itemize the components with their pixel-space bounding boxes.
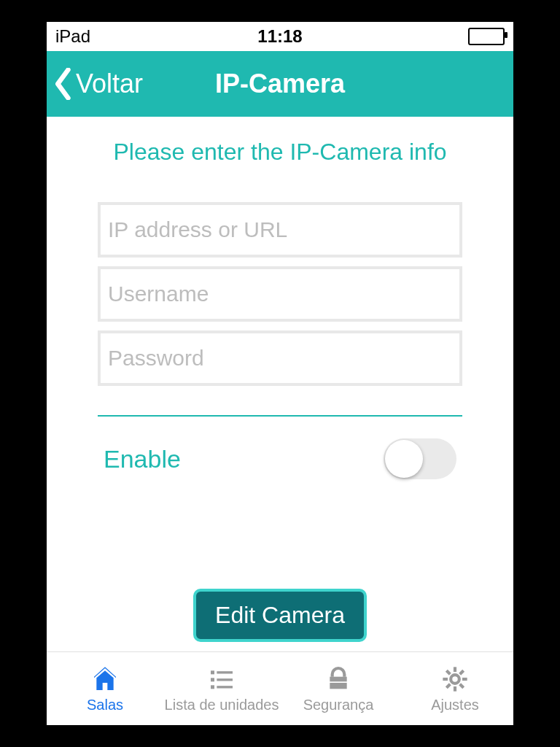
chevron-left-icon (54, 68, 73, 100)
tab-label: Lista de unidades (165, 697, 279, 713)
password-input[interactable] (101, 333, 459, 383)
app-screen: iPad 11:18 Voltar IP-Camera Please enter… (47, 22, 513, 725)
enable-toggle[interactable] (384, 438, 456, 479)
ip-input[interactable] (101, 205, 459, 255)
svg-rect-3 (217, 678, 233, 681)
back-button[interactable]: Voltar (47, 68, 143, 100)
svg-line-13 (446, 670, 450, 674)
svg-rect-2 (211, 678, 214, 681)
list-icon (207, 665, 236, 694)
tab-label: Salas (87, 697, 123, 713)
page-title: IP-Camera (215, 69, 345, 99)
home-icon (90, 665, 120, 694)
divider (98, 415, 462, 417)
username-input[interactable] (101, 269, 459, 319)
tab-lista[interactable]: Lista de unidades (163, 652, 280, 725)
clock: 11:18 (257, 26, 302, 47)
gear-icon (440, 665, 470, 694)
password-field-wrapper (98, 330, 462, 386)
content-area: Please enter the IP-Camera info Enable E… (47, 117, 513, 651)
svg-line-16 (446, 684, 450, 687)
tab-seguranca[interactable]: Segurança (280, 652, 397, 725)
status-bar: iPad 11:18 (47, 22, 513, 51)
edit-camera-button[interactable]: Edit Camera (193, 589, 367, 642)
nav-bar: Voltar IP-Camera (47, 51, 513, 117)
back-label: Voltar (76, 69, 143, 99)
svg-rect-5 (217, 686, 233, 688)
tab-label: Segurança (303, 697, 374, 713)
svg-rect-4 (211, 685, 214, 689)
svg-rect-7 (330, 683, 346, 689)
lock-icon (324, 665, 353, 694)
svg-rect-6 (330, 676, 346, 681)
enable-row: Enable (98, 438, 462, 479)
tab-ajustes[interactable]: Ajustes (397, 652, 513, 725)
enable-label: Enable (104, 445, 181, 473)
svg-rect-1 (217, 671, 233, 673)
username-field-wrapper (98, 266, 462, 322)
svg-rect-0 (211, 670, 214, 674)
svg-line-14 (460, 684, 464, 687)
svg-point-8 (451, 675, 459, 684)
ip-field-wrapper (98, 202, 462, 258)
battery-icon (468, 28, 505, 45)
tab-bar: Salas Lista de unidades Segurança (47, 651, 513, 725)
tab-salas[interactable]: Salas (47, 652, 163, 725)
toggle-knob (385, 440, 423, 478)
tab-label: Ajustes (431, 697, 479, 713)
prompt-text: Please enter the IP-Camera info (98, 139, 462, 166)
device-label: iPad (55, 26, 90, 47)
svg-line-15 (460, 670, 464, 674)
